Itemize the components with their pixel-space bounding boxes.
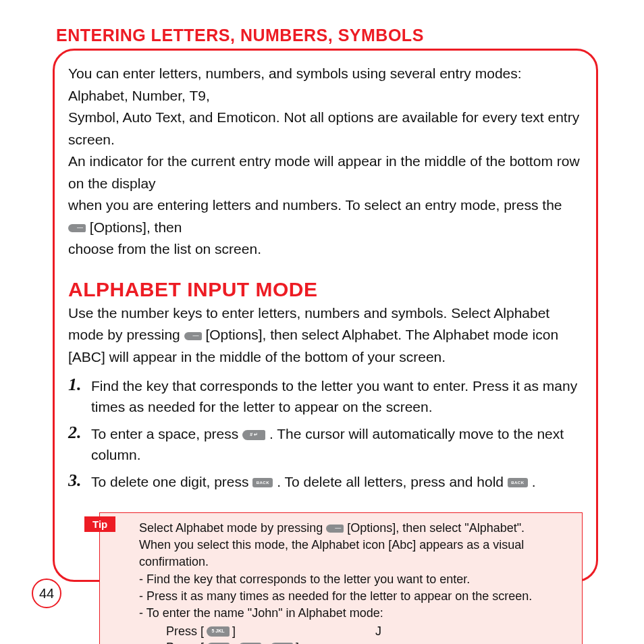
intro-line: You can enter letters, numbers, and symb… — [68, 63, 583, 107]
tip-text: [Options], then select "Alphabet". — [347, 521, 525, 535]
page-number: 44 — [32, 579, 61, 608]
separator: , — [264, 639, 267, 644]
step-text: To delete one digit, press — [91, 474, 252, 489]
content-frame: You can enter letters, numbers, and symb… — [53, 49, 598, 582]
tip-line: Select Alphabet mode by pressing [Option… — [139, 520, 575, 537]
step-number: 1. — [68, 375, 91, 395]
step-body: Find the key that corresponds to the let… — [91, 375, 583, 418]
keypress-output: o — [375, 639, 382, 644]
intro-text: [Options], then — [90, 219, 182, 235]
intro-text: when you are entering letters and number… — [68, 197, 562, 213]
tip-label: Tip — [84, 516, 115, 532]
separator: , — [232, 639, 236, 644]
alpha-intro-paragraph: Use the number keys to enter letters, nu… — [68, 302, 583, 369]
intro-line: choose from the list on screen. — [68, 238, 583, 261]
tip-line: - To enter the name "John" in Alphabet m… — [139, 605, 575, 622]
intro-paragraph: You can enter letters, numbers, and symb… — [68, 63, 583, 261]
step-number: 2. — [68, 423, 91, 443]
steps-list: 1. Find the key that corresponds to the … — [68, 375, 583, 493]
back-key-icon: BACK — [252, 478, 273, 487]
numpad-key-icon: 5 JKL — [207, 626, 230, 637]
press-close: ] — [232, 623, 236, 640]
press-label: Press [ — [166, 623, 204, 640]
step-text: . — [532, 474, 536, 489]
tip-line: - Press it as many times as needed for t… — [139, 588, 575, 605]
options-softkey-icon — [68, 224, 86, 232]
step-body: To delete one digit, press BACK . To del… — [91, 471, 583, 493]
tip-line: When you select this mode, the Alphabet … — [139, 537, 575, 570]
tip-line: - Find the key that corresponds to the l… — [139, 571, 575, 588]
options-softkey-icon — [184, 332, 202, 340]
step-line: for the letter to appear on the screen. — [199, 399, 433, 414]
press-close: ] — [296, 639, 299, 644]
step-item: 1. Find the key that corresponds to the … — [68, 375, 583, 418]
back-key-icon: BACK — [508, 478, 528, 487]
para-line: bottom of your screen. — [304, 349, 446, 365]
keypress-example: Press [5 JKL ]JPress [6 MNO , 6 MNO , 6 … — [139, 623, 575, 644]
intro-line: An indicator for the current entry mode … — [68, 151, 583, 194]
step-text: To enter a space, press — [91, 426, 242, 441]
keypress-row: Press [6 MNO , 6 MNO , 6 MNO ]o — [166, 639, 575, 644]
keypress-row: Press [5 JKL ]J — [166, 623, 575, 639]
tip-box: Select Alphabet mode by pressing [Option… — [99, 512, 583, 644]
keypress-output: J — [375, 623, 381, 640]
intro-line: when you are entering letters and number… — [68, 194, 583, 238]
page-title: ENTERING LETTERS, NUMBERS, SYMBOLS — [56, 26, 424, 45]
step-number: 3. — [68, 471, 91, 491]
tip-text: Select Alphabet mode by pressing — [139, 521, 326, 535]
section-heading: ALPHABET INPUT MODE — [68, 278, 583, 301]
press-label: Press [ — [166, 639, 204, 644]
step-item: 2. To enter a space, press # ↵ . The cur… — [68, 423, 583, 466]
tip-callout: Tip Select Alphabet mode by pressing [Op… — [99, 512, 583, 644]
keypress-sequence: Press [5 JKL ] — [166, 623, 375, 640]
step-body: To enter a space, press # ↵ . The cursor… — [91, 423, 583, 466]
intro-line: Symbol, Auto Text, and Emoticon. Not all… — [68, 107, 583, 151]
step-item: 3. To delete one digit, press BACK . To … — [68, 471, 583, 493]
options-softkey-icon — [326, 525, 344, 533]
keypress-sequence: Press [6 MNO , 6 MNO , 6 MNO ] — [166, 639, 375, 644]
pound-key-icon: # ↵ — [242, 430, 265, 440]
step-text: . To delete all letters, press and hold — [277, 474, 508, 489]
